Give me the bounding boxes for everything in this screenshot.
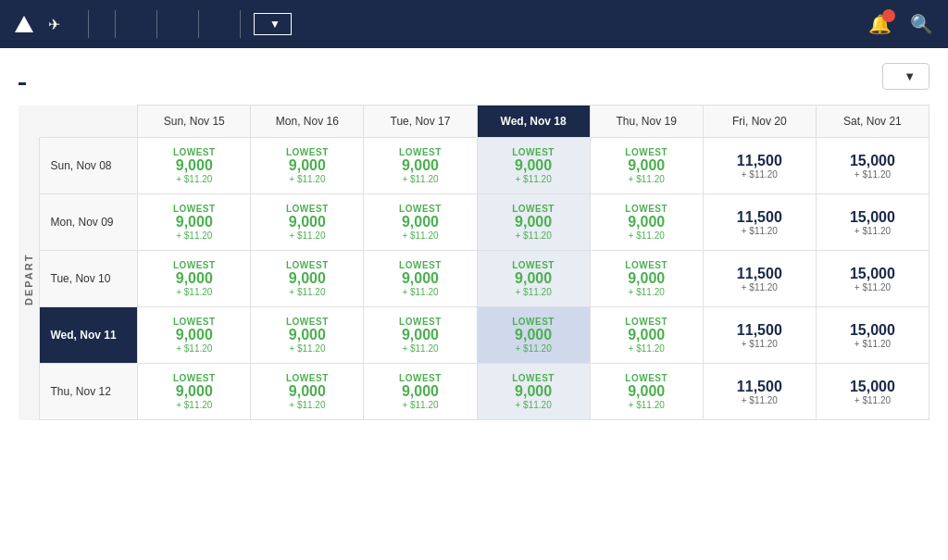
table-row[interactable]: DEPARTSun, Nov 08LOWEST9,000+ $11.20LOWE… [19, 138, 929, 194]
miles-value: 9,000 [143, 214, 244, 230]
price-cell[interactable]: 11,500+ $11.20 [703, 251, 816, 307]
table-row[interactable]: Tue, Nov 10LOWEST9,000+ $11.20LOWEST9,00… [19, 251, 929, 307]
price-cell[interactable]: LOWEST9,000+ $11.20 [251, 251, 364, 307]
row-header: Mon, Nov 09 [39, 194, 138, 251]
price-cell[interactable]: 15,000+ $11.20 [816, 307, 929, 364]
tax-value: + $11.20 [596, 287, 697, 297]
col-header-5: Fri, Nov 20 [703, 106, 816, 138]
tax-value: + $11.20 [709, 226, 810, 236]
tax-value: + $11.20 [369, 400, 470, 410]
miles-value: 9,000 [596, 157, 697, 174]
table-row[interactable]: Thu, Nov 12LOWEST9,000+ $11.20LOWEST9,00… [19, 364, 929, 420]
miles-value: 15,000 [822, 322, 923, 339]
lowest-label: LOWEST [483, 260, 584, 270]
price-cell[interactable]: LOWEST9,000+ $11.20 [251, 138, 364, 194]
tax-value: + $11.20 [256, 287, 357, 297]
price-cell[interactable]: LOWEST9,000+ $11.20 [251, 194, 364, 251]
table-row[interactable]: Wed, Nov 11LOWEST9,000+ $11.20LOWEST9,00… [19, 307, 929, 364]
header-right-section: 🔔 🔍 [850, 13, 933, 35]
miles-value: 9,000 [483, 157, 584, 174]
lowest-label: LOWEST [596, 317, 697, 327]
price-cell[interactable]: LOWEST9,000+ $11.20 [138, 364, 251, 420]
miles-value: 9,000 [143, 383, 244, 400]
price-cell[interactable]: 11,500+ $11.20 [703, 138, 816, 194]
delta-globe-icon: ✈ [48, 16, 60, 33]
miles-value: 9,000 [596, 214, 697, 230]
delta-triangle-icon [15, 16, 33, 32]
miles-value: 11,500 [709, 209, 810, 226]
lowest-label: LOWEST [143, 147, 244, 157]
header-divider-1 [88, 10, 89, 38]
lowest-label: LOWEST [256, 373, 357, 383]
lowest-label: LOWEST [369, 147, 470, 157]
price-cell[interactable]: 15,000+ $11.20 [816, 194, 929, 251]
lowest-label: LOWEST [596, 204, 697, 214]
miles-value: 15,000 [822, 153, 923, 169]
miles-value: 9,000 [143, 327, 244, 343]
tax-value: + $11.20 [483, 343, 584, 354]
price-cell[interactable]: LOWEST9,000+ $11.20 [477, 307, 590, 364]
miles-value: 11,500 [709, 153, 810, 169]
tax-value: + $11.20 [369, 174, 470, 184]
notifications-bell[interactable]: 🔔 [868, 13, 892, 35]
lowest-label: LOWEST [143, 260, 244, 270]
price-cell[interactable]: LOWEST9,000+ $11.20 [251, 307, 364, 364]
miles-value: 9,000 [369, 383, 470, 400]
price-cell[interactable]: LOWEST9,000+ $11.20 [364, 138, 477, 194]
depart-label-header [19, 106, 39, 138]
col-header-4: Thu, Nov 19 [590, 106, 703, 138]
tab-price-calendar[interactable] [44, 68, 52, 85]
price-cell[interactable]: 15,000+ $11.20 [816, 251, 929, 307]
price-cell[interactable]: LOWEST9,000+ $11.20 [138, 251, 251, 307]
price-cell[interactable]: LOWEST9,000+ $11.20 [590, 307, 703, 364]
price-cell[interactable]: LOWEST9,000+ $11.20 [251, 364, 364, 420]
price-cell[interactable]: LOWEST9,000+ $11.20 [364, 307, 477, 364]
delta-logo: ✈ [15, 16, 60, 33]
tax-value: + $11.20 [483, 287, 584, 297]
price-cell[interactable]: LOWEST9,000+ $11.20 [138, 138, 251, 194]
calendar-container: Sun, Nov 15 Mon, Nov 16 Tue, Nov 17 Wed,… [19, 105, 929, 420]
table-row[interactable]: Mon, Nov 09LOWEST9,000+ $11.20LOWEST9,00… [19, 194, 929, 251]
miles-value: 9,000 [369, 327, 470, 343]
modify-button[interactable]: ▼ [254, 13, 292, 35]
miles-value: 11,500 [709, 379, 810, 395]
price-cell[interactable]: LOWEST9,000+ $11.20 [590, 194, 703, 251]
price-cell[interactable]: LOWEST9,000+ $11.20 [477, 364, 590, 420]
tax-value: + $11.20 [822, 169, 923, 180]
price-cell[interactable]: LOWEST9,000+ $11.20 [590, 251, 703, 307]
price-cell[interactable]: LOWEST9,000+ $11.20 [138, 307, 251, 364]
miles-value: 15,000 [822, 266, 923, 282]
price-cell[interactable]: LOWEST9,000+ $11.20 [590, 364, 703, 420]
lowest-label: LOWEST [596, 373, 697, 383]
price-cell[interactable]: 11,500+ $11.20 [703, 194, 816, 251]
miles-value: 9,000 [369, 270, 470, 287]
price-cell[interactable]: 15,000+ $11.20 [816, 364, 929, 420]
price-cell[interactable]: LOWEST9,000+ $11.20 [590, 138, 703, 194]
lowest-label: LOWEST [256, 317, 357, 327]
miles-value: 9,000 [256, 383, 357, 400]
miles-value: 11,500 [709, 266, 810, 282]
miles-value: 9,000 [143, 270, 244, 287]
row-header: Sun, Nov 08 [39, 138, 138, 194]
price-cell[interactable]: 11,500+ $11.20 [703, 307, 816, 364]
price-cell[interactable]: LOWEST9,000+ $11.20 [364, 364, 477, 420]
price-cell[interactable]: 11,500+ $11.20 [703, 364, 816, 420]
price-cell[interactable]: LOWEST9,000+ $11.20 [477, 138, 590, 194]
tab-flexible-dates[interactable] [19, 68, 26, 85]
tax-value: + $11.20 [143, 230, 244, 241]
search-icon[interactable]: 🔍 [910, 13, 933, 35]
miles-value: 9,000 [256, 214, 357, 230]
price-cell[interactable]: LOWEST9,000+ $11.20 [138, 194, 251, 251]
header-divider-3 [156, 10, 157, 38]
tax-value: + $11.20 [143, 400, 244, 410]
lowest-label: LOWEST [369, 204, 470, 214]
price-cell[interactable]: LOWEST9,000+ $11.20 [364, 251, 477, 307]
price-cell[interactable]: LOWEST9,000+ $11.20 [364, 194, 477, 251]
price-cell[interactable]: LOWEST9,000+ $11.20 [477, 194, 590, 251]
price-cell[interactable]: 15,000+ $11.20 [816, 138, 929, 194]
filter-button[interactable]: ▼ [882, 63, 929, 90]
col-header-0: Sun, Nov 15 [138, 106, 251, 138]
header-divider-2 [115, 10, 116, 38]
tax-value: + $11.20 [596, 343, 697, 354]
price-cell[interactable]: LOWEST9,000+ $11.20 [477, 251, 590, 307]
